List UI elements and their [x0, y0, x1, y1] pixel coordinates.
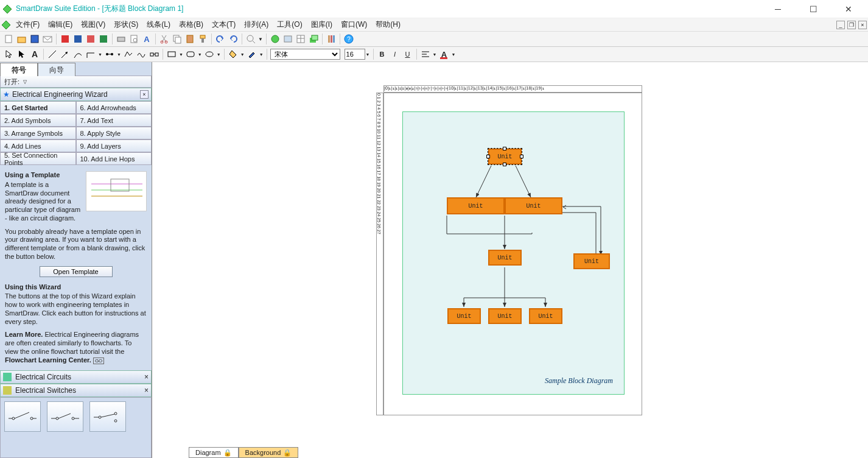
spellcheck-icon[interactable]: A [141, 33, 152, 44]
menu-line[interactable]: 线条(L) [143, 18, 174, 31]
polyline-icon[interactable] [123, 49, 134, 60]
linecolor-icon[interactable] [247, 49, 257, 60]
conn-dropdown[interactable]: ▼ [117, 52, 121, 57]
format-painter-icon[interactable] [197, 33, 208, 44]
roundrect-icon[interactable] [185, 49, 196, 60]
close-button[interactable]: ✕ [838, 3, 859, 15]
menu-window[interactable]: 窗口(W) [337, 18, 371, 31]
word-icon[interactable] [72, 33, 83, 44]
panel-close-button[interactable]: × [140, 90, 149, 99]
connector-icon[interactable] [104, 49, 115, 60]
rr-dropdown[interactable]: ▼ [198, 52, 202, 57]
fontcolor-icon[interactable]: A [438, 49, 449, 60]
block-unit-8[interactable]: Unit [529, 308, 562, 324]
insert-table-icon[interactable] [295, 33, 306, 44]
menu-text[interactable]: 文本(T) [208, 18, 239, 31]
block-unit-7[interactable]: Unit [488, 308, 522, 324]
preview-icon[interactable] [128, 33, 139, 44]
library-icon[interactable] [326, 33, 337, 44]
menu-edit[interactable]: 编辑(E) [44, 18, 76, 31]
italic-button[interactable]: I [390, 49, 401, 60]
wizard-step-5[interactable]: 5. Set Connection Points [0, 152, 76, 165]
zoom-icon[interactable] [245, 33, 256, 44]
block-unit-4[interactable]: Unit [488, 250, 522, 266]
ellipse-icon[interactable] [204, 49, 215, 60]
wizard-step-8[interactable]: 8. Apply Style [76, 127, 152, 139]
insert-image-icon[interactable] [282, 33, 293, 44]
resize-handle[interactable] [486, 155, 490, 158]
help-icon[interactable]: ? [343, 33, 354, 44]
pdf-icon[interactable] [60, 33, 71, 44]
block-unit-2[interactable]: Unit [447, 197, 505, 214]
menu-help[interactable]: 帮助(H) [372, 18, 404, 31]
wizard-step-4[interactable]: 4. Add Lines [0, 139, 76, 152]
wizard-step-2[interactable]: 2. Add Symbols [0, 114, 76, 127]
menu-file[interactable]: 文件(F) [12, 18, 43, 31]
tab-diagram[interactable]: Diagram🔒 [189, 447, 239, 458]
open-row[interactable]: 打开:▽ [0, 76, 152, 88]
redo-icon[interactable] [228, 33, 239, 44]
tab-wizard[interactable]: 向导 [38, 63, 75, 76]
switch-item-3[interactable] [89, 401, 126, 432]
circuits-close-button[interactable]: × [144, 373, 149, 381]
mdi-restore-button[interactable]: ❐ [847, 21, 856, 29]
wizard-step-7[interactable]: 7. Add Text [76, 114, 152, 127]
font-size-input[interactable] [345, 49, 365, 60]
tab-symbols[interactable]: 符号 [0, 63, 38, 76]
open-icon[interactable] [16, 33, 27, 44]
pointer-icon[interactable] [4, 49, 15, 60]
fill-icon[interactable] [228, 49, 239, 60]
cut-icon[interactable] [159, 33, 170, 44]
menu-table[interactable]: 表格(B) [175, 18, 207, 31]
menu-arrange[interactable]: 排列(A) [240, 18, 272, 31]
email-icon[interactable] [42, 33, 53, 44]
go-button[interactable]: GO [93, 358, 104, 364]
wizard-step-3[interactable]: 3. Arrange Symbols [0, 127, 76, 139]
panel-switches[interactable]: Electrical Switches × [0, 384, 152, 397]
mdi-minimize-button[interactable]: _ [836, 21, 845, 29]
line-dropdown[interactable]: ▼ [98, 52, 102, 57]
dropdown-icon[interactable]: ▼ [258, 37, 263, 42]
switches-close-button[interactable]: × [144, 386, 149, 395]
panel-circuits[interactable]: Electrical Circuits × [0, 370, 152, 384]
new-icon[interactable] [4, 33, 15, 44]
menu-gallery[interactable]: 图库(I) [307, 18, 336, 31]
ell-dropdown[interactable]: ▼ [217, 52, 221, 57]
block-unit-3[interactable]: Unit [505, 197, 562, 214]
menu-tool[interactable]: 工具(O) [273, 18, 306, 31]
line-tool-icon[interactable] [47, 49, 58, 60]
resize-handle[interactable] [503, 163, 506, 166]
select-icon[interactable] [16, 49, 27, 60]
fill-dropdown[interactable]: ▼ [240, 52, 245, 57]
tab-background[interactable]: Background🔒 [239, 447, 299, 458]
underline-button[interactable]: U [402, 49, 413, 60]
maximize-button[interactable]: ☐ [802, 3, 824, 15]
arrow-icon[interactable] [60, 49, 71, 60]
menu-view[interactable]: 视图(V) [77, 18, 109, 31]
wizard-step-9[interactable]: 9. Add Layers [76, 139, 152, 152]
block-unit-5[interactable]: Unit [573, 253, 610, 269]
elbow-icon[interactable] [85, 49, 96, 60]
wizard-step-6[interactable]: 6. Add Arrowheads [76, 101, 152, 114]
print-icon[interactable] [116, 33, 127, 44]
wizard-step-10[interactable]: 10. Add Line Hops [76, 152, 152, 165]
copy-icon[interactable] [172, 33, 183, 44]
paste-icon[interactable] [184, 33, 195, 44]
canvas-area[interactable]: |0|₁|₁|₁|₂|₂|₃|₃|₄|₅|₅|₆|₆|₇|₇|₈|₈|₉|₉|1… [152, 62, 868, 458]
diagram-page[interactable]: Unit Unit Unit Unit Unit Unit Unit Unit … [402, 111, 625, 395]
excel-icon[interactable] [98, 33, 109, 44]
wizard-step-1[interactable]: 1. Get Started [0, 101, 76, 114]
block-unit-6[interactable]: Unit [447, 308, 481, 324]
layers-icon[interactable] [308, 33, 319, 44]
menu-shape[interactable]: 形状(S) [110, 18, 142, 31]
mdi-close-button[interactable]: × [858, 21, 867, 29]
switch-item-1[interactable] [4, 401, 41, 432]
bold-button[interactable]: B [377, 49, 388, 60]
minimize-button[interactable]: ─ [767, 3, 789, 15]
rect-dropdown[interactable]: ▼ [179, 52, 183, 57]
size-dropdown[interactable]: ▼ [366, 52, 370, 57]
text-tool-icon[interactable]: A [29, 49, 40, 60]
resize-handle[interactable] [503, 147, 506, 150]
link-icon[interactable] [270, 33, 281, 44]
save-icon[interactable] [29, 33, 40, 44]
